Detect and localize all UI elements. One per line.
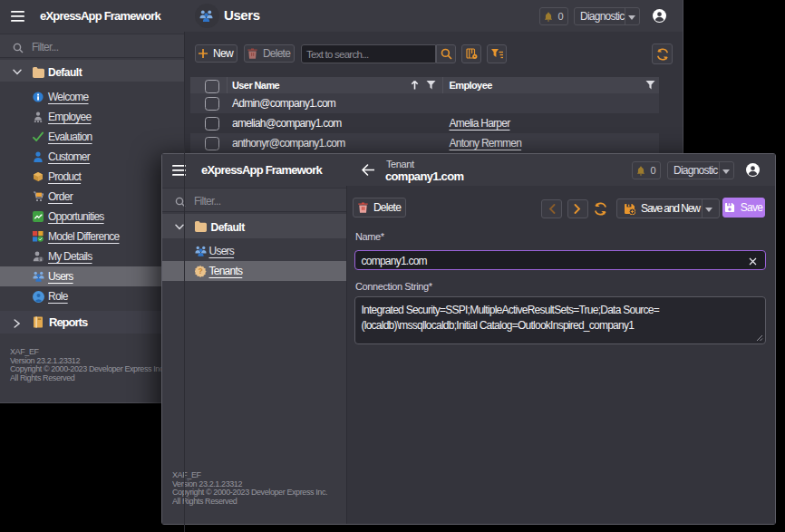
svg-text:?: ?	[198, 266, 202, 276]
